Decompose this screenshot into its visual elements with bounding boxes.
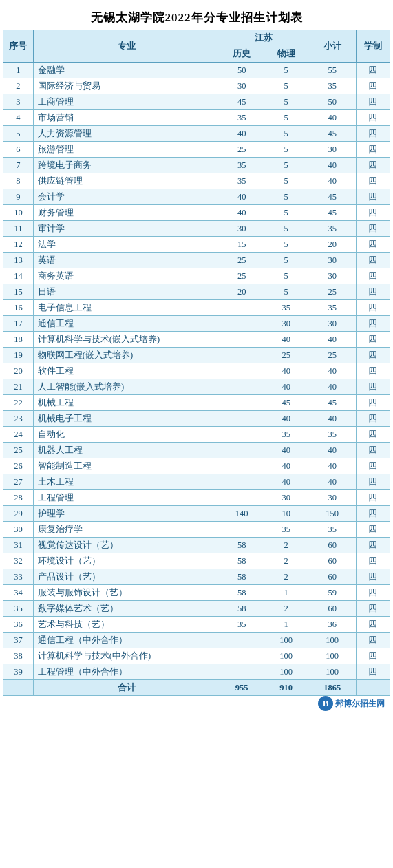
cell-years: 四 (356, 443, 390, 458)
cell-physics: 5 (264, 142, 308, 158)
total-subtotal: 1865 (308, 680, 357, 696)
cell-seq: 16 (3, 300, 34, 316)
cell-subtotal: 40 (308, 110, 357, 126)
cell-major: 数字媒体艺术（艺） (33, 601, 220, 617)
cell-seq: 29 (3, 506, 34, 522)
cell-physics: 35 (264, 300, 308, 316)
total-row: 合计9559101865 (3, 680, 390, 696)
cell-seq: 2 (3, 78, 34, 94)
total-years (356, 680, 390, 696)
cell-seq: 30 (3, 522, 34, 538)
cell-major: 机械工程 (33, 395, 220, 411)
cell-years: 四 (356, 205, 390, 221)
cell-history: 30 (220, 78, 264, 94)
cell-subtotal: 35 (308, 221, 357, 237)
cell-years: 四 (356, 126, 390, 142)
table-row: 8供应链管理35540四 (3, 173, 390, 189)
watermark-text: 邦博尔招生网 (335, 698, 385, 710)
cell-seq: 39 (3, 664, 34, 680)
table-row: 38计算机科学与技术(中外合作)100100四 (3, 648, 390, 664)
cell-years: 四 (356, 506, 390, 522)
table-row: 24自动化3535四 (3, 427, 390, 443)
table-row: 18计算机科学与技术(嵌入式培养)4040四 (3, 332, 390, 348)
cell-physics: 1 (264, 585, 308, 601)
cell-physics: 5 (264, 78, 308, 94)
cell-major: 市场营销 (33, 110, 220, 126)
cell-seq: 35 (3, 601, 34, 617)
table-row: 6旅游管理25530四 (3, 142, 390, 158)
cell-major: 人力资源管理 (33, 126, 220, 142)
cell-years: 四 (356, 63, 390, 78)
table-row: 19物联网工程(嵌入式培养)2525四 (3, 348, 390, 363)
table-row: 1金融学50555四 (3, 63, 390, 78)
cell-major: 计算机科学与技术(中外合作) (33, 648, 220, 664)
cell-seq: 32 (3, 553, 34, 569)
table-row: 26智能制造工程4040四 (3, 458, 390, 474)
cell-physics: 10 (264, 506, 308, 522)
cell-subtotal: 30 (308, 142, 357, 158)
cell-major: 工商管理 (33, 94, 220, 110)
cell-major: 金融学 (33, 63, 220, 78)
cell-history: 25 (220, 142, 264, 158)
cell-major: 护理学 (33, 506, 220, 522)
cell-subtotal: 45 (308, 126, 357, 142)
cell-subtotal: 30 (308, 490, 357, 506)
cell-seq: 36 (3, 617, 34, 633)
cell-major: 环境设计（艺） (33, 553, 220, 569)
table-row: 37通信工程（中外合作）100100四 (3, 633, 390, 648)
table-row: 25机器人工程4040四 (3, 443, 390, 458)
cell-seq: 6 (3, 142, 34, 158)
cell-physics: 5 (264, 110, 308, 126)
cell-physics: 25 (264, 348, 308, 363)
cell-seq: 18 (3, 332, 34, 348)
cell-seq: 20 (3, 363, 34, 379)
cell-history: 40 (220, 126, 264, 142)
cell-major: 工程管理（中外合作） (33, 664, 220, 680)
cell-physics: 40 (264, 379, 308, 395)
table-row: 12法学15520四 (3, 237, 390, 253)
table-row: 14商务英语25530四 (3, 268, 390, 284)
cell-years: 四 (356, 538, 390, 553)
cell-history: 58 (220, 585, 264, 601)
table-row: 31视觉传达设计（艺）58260四 (3, 538, 390, 553)
cell-years: 四 (356, 221, 390, 237)
table-row: 21人工智能(嵌入式培养)4040四 (3, 379, 390, 395)
cell-history (220, 411, 264, 427)
cell-history: 25 (220, 253, 264, 268)
table-row: 30康复治疗学3535四 (3, 522, 390, 538)
cell-physics: 5 (264, 158, 308, 173)
cell-physics: 5 (264, 189, 308, 205)
cell-subtotal: 150 (308, 506, 357, 522)
cell-years: 四 (356, 332, 390, 348)
cell-major: 通信工程 (33, 316, 220, 332)
cell-history: 58 (220, 538, 264, 553)
cell-major: 电子信息工程 (33, 300, 220, 316)
table-row: 34服装与服饰设计（艺）58159四 (3, 585, 390, 601)
cell-years: 四 (356, 284, 390, 300)
table-row: 13英语25530四 (3, 253, 390, 268)
cell-history: 140 (220, 506, 264, 522)
cell-major: 艺术与科技（艺） (33, 617, 220, 633)
th-major: 专业 (33, 30, 220, 63)
total-physics: 910 (264, 680, 308, 696)
cell-years: 四 (356, 648, 390, 664)
cell-major: 跨境电子商务 (33, 158, 220, 173)
table-row: 11审计学30535四 (3, 221, 390, 237)
cell-subtotal: 45 (308, 189, 357, 205)
cell-major: 服装与服饰设计（艺） (33, 585, 220, 601)
cell-years: 四 (356, 458, 390, 474)
table-row: 29护理学14010150四 (3, 506, 390, 522)
cell-physics: 100 (264, 664, 308, 680)
cell-seq: 8 (3, 173, 34, 189)
cell-years: 四 (356, 78, 390, 94)
cell-physics: 40 (264, 458, 308, 474)
cell-history (220, 427, 264, 443)
cell-subtotal: 35 (308, 300, 357, 316)
cell-subtotal: 45 (308, 205, 357, 221)
table-row: 3工商管理45550四 (3, 94, 390, 110)
cell-major: 产品设计（艺） (33, 569, 220, 585)
cell-history: 40 (220, 189, 264, 205)
cell-seq: 15 (3, 284, 34, 300)
cell-physics: 35 (264, 427, 308, 443)
cell-seq: 9 (3, 189, 34, 205)
